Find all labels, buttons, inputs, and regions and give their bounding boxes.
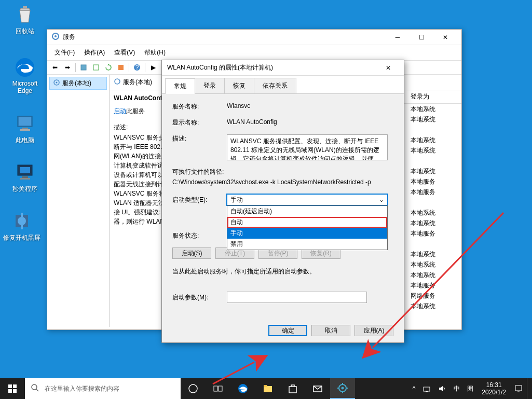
menu-help[interactable]: 帮助(H) bbox=[140, 46, 170, 59]
svg-rect-38 bbox=[289, 387, 296, 393]
tab-general[interactable]: 常规 bbox=[165, 78, 195, 94]
recycle-bin-icon bbox=[15, 4, 35, 25]
svg-rect-5 bbox=[20, 129, 30, 131]
option-manual[interactable]: 手动 bbox=[227, 228, 387, 239]
svg-rect-46 bbox=[424, 387, 430, 391]
ok-button[interactable]: 确定 bbox=[268, 325, 307, 336]
ime-indicator2[interactable]: 囲 bbox=[464, 378, 476, 399]
desktop-icon-recycle-bin[interactable]: 回收站 bbox=[5, 4, 45, 36]
svg-rect-26 bbox=[8, 384, 12, 388]
desktop-icon-label: Microsoft Edge bbox=[5, 80, 45, 94]
search-box[interactable]: 在这里输入你要搜索的内容 bbox=[25, 378, 181, 399]
notification-icon[interactable] bbox=[511, 378, 526, 399]
ime-indicator[interactable]: 中 bbox=[451, 378, 463, 399]
desktop-icon-this-pc[interactable]: 此电脑 bbox=[5, 113, 45, 145]
tab-logon[interactable]: 登录 bbox=[195, 78, 225, 93]
startup-type-label: 启动类型(E): bbox=[172, 196, 227, 204]
task-view-icon[interactable] bbox=[206, 378, 230, 399]
menu-file[interactable]: 文件(F) bbox=[50, 46, 79, 59]
svg-point-23 bbox=[115, 79, 120, 84]
dialog-tabs: 常规 登录 恢复 依存关系 bbox=[162, 76, 404, 94]
svg-point-22 bbox=[56, 82, 58, 84]
desktop-icon-fix-black[interactable]: 修复开机黑屏 bbox=[2, 211, 42, 242]
svg-rect-29 bbox=[13, 389, 17, 393]
tab-recovery[interactable]: 恢复 bbox=[224, 78, 254, 93]
startup-type-combo[interactable]: 手动 ⌄ bbox=[227, 194, 388, 205]
menu-action[interactable]: 操作(A) bbox=[80, 46, 109, 59]
dialog-title: WLAN AutoConfig 的属性(本地计算机) bbox=[167, 63, 378, 72]
forward-button[interactable]: ➡ bbox=[62, 62, 73, 73]
mail-taskbar-icon[interactable] bbox=[305, 378, 330, 399]
taskbar: 在这里输入你要搜索的内容 ^ 中 囲 16:31 2020/1/2 bbox=[0, 378, 532, 399]
left-panel-item[interactable]: 服务(本地) bbox=[49, 77, 107, 90]
taskbar-clock[interactable]: 16:31 2020/1/2 bbox=[478, 381, 510, 396]
explorer-taskbar-icon[interactable] bbox=[255, 378, 280, 399]
monitor-icon bbox=[15, 162, 35, 183]
service-name-label: 服务名称: bbox=[172, 102, 227, 111]
display-name-value: WLAN AutoConfig bbox=[227, 118, 393, 126]
svg-point-41 bbox=[342, 387, 344, 390]
svg-point-30 bbox=[32, 384, 37, 390]
close-button[interactable]: ✕ bbox=[378, 61, 399, 75]
tray-volume-icon[interactable] bbox=[435, 378, 449, 399]
svg-rect-17 bbox=[93, 65, 99, 70]
settings-taskbar-icon[interactable] bbox=[330, 378, 355, 399]
dialog-titlebar[interactable]: WLAN AutoConfig 的属性(本地计算机) ✕ bbox=[162, 60, 404, 76]
toolbar-btn[interactable] bbox=[78, 62, 89, 73]
window-title: 服务 bbox=[63, 33, 386, 42]
svg-rect-13 bbox=[21, 225, 23, 229]
svg-rect-18 bbox=[118, 65, 124, 70]
toolbar-btn[interactable] bbox=[90, 62, 102, 73]
minimize-button[interactable]: ─ bbox=[386, 30, 410, 45]
svg-rect-42 bbox=[342, 383, 343, 385]
option-auto-delayed[interactable]: 自动(延迟启动) bbox=[227, 206, 387, 217]
desktop-icon-edge[interactable]: Microsoft Edge bbox=[5, 57, 45, 94]
cancel-button[interactable]: 取消 bbox=[311, 325, 350, 336]
toolbar-btn[interactable] bbox=[115, 62, 127, 73]
play-button[interactable]: ▶ bbox=[147, 62, 159, 73]
svg-rect-34 bbox=[219, 386, 222, 391]
status-label: 服务状态: bbox=[172, 231, 227, 240]
svg-rect-44 bbox=[337, 388, 339, 389]
option-disabled[interactable]: 禁用 bbox=[227, 239, 387, 250]
dialog-body: 服务名称: Wlansvc 显示名称: WLAN AutoConfig 描述: … bbox=[162, 94, 404, 319]
tray-chevron-icon[interactable]: ^ bbox=[410, 378, 419, 399]
search-icon bbox=[31, 384, 39, 394]
description-box[interactable]: WLANSVC 服务提供配置、发现、连接、断开与 IEEE 802.11 标准定… bbox=[227, 134, 388, 160]
service-name-value: Wlansvc bbox=[227, 102, 393, 109]
tab-dependencies[interactable]: 依存关系 bbox=[254, 78, 296, 93]
svg-rect-3 bbox=[19, 117, 31, 126]
svg-point-15 bbox=[54, 35, 57, 37]
services-titlebar[interactable]: 服务 ─ ☐ ✕ bbox=[47, 30, 461, 45]
store-taskbar-icon[interactable] bbox=[280, 378, 305, 399]
maximize-button[interactable]: ☐ bbox=[410, 30, 433, 45]
desktop-icon-sec-close[interactable]: 秒关程序 bbox=[5, 162, 45, 194]
apply-button[interactable]: 应用(A) bbox=[354, 325, 393, 336]
params-input[interactable] bbox=[227, 292, 367, 303]
display-name-label: 显示名称: bbox=[172, 118, 227, 127]
refresh-button[interactable] bbox=[103, 62, 114, 73]
start-link[interactable]: 启动 bbox=[114, 107, 126, 115]
start-button[interactable] bbox=[0, 378, 25, 399]
option-auto[interactable]: 自动 bbox=[227, 217, 387, 228]
svg-rect-0 bbox=[23, 6, 27, 8]
fix-icon bbox=[11, 211, 32, 231]
gear-icon bbox=[114, 78, 121, 87]
startup-type-dropdown: 自动(延迟启动) 自动 手动 禁用 bbox=[227, 205, 388, 250]
close-button[interactable]: ✕ bbox=[433, 30, 457, 45]
svg-rect-28 bbox=[8, 389, 12, 393]
cortana-icon[interactable] bbox=[181, 378, 206, 399]
svg-rect-8 bbox=[22, 176, 28, 178]
desktop-icon-label: 秒关程序 bbox=[5, 185, 45, 194]
help-button[interactable]: ? bbox=[131, 62, 143, 73]
menu-view[interactable]: 查看(V) bbox=[110, 46, 139, 59]
show-desktop[interactable] bbox=[527, 378, 530, 399]
back-button[interactable]: ⬅ bbox=[49, 62, 61, 73]
svg-rect-37 bbox=[264, 385, 267, 387]
menubar: 文件(F) 操作(A) 查看(V) 帮助(H) bbox=[47, 45, 461, 60]
start-button[interactable]: 启动(S) bbox=[172, 247, 211, 259]
edge-taskbar-icon[interactable] bbox=[230, 378, 255, 399]
tray-network-icon[interactable] bbox=[419, 378, 434, 399]
gear-icon bbox=[51, 32, 60, 42]
svg-rect-4 bbox=[22, 128, 28, 129]
